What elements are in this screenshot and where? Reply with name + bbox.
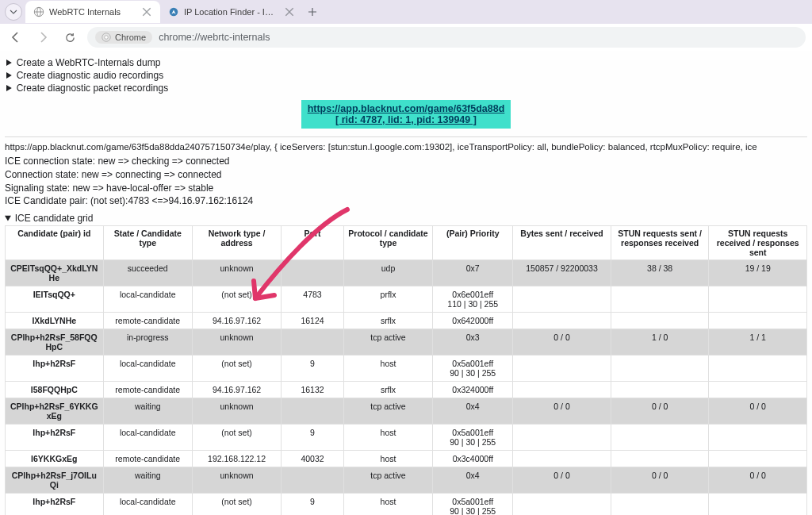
table-cell: (not set)	[192, 425, 281, 451]
table-column-header: Protocol / candidate type	[343, 226, 432, 260]
table-column-header: STUN requests sent / responses received	[611, 226, 709, 260]
close-icon[interactable]	[284, 6, 295, 17]
table-cell	[611, 451, 709, 467]
table-cell	[611, 313, 709, 329]
table-cell	[709, 286, 807, 313]
tab-search-button[interactable]	[5, 3, 22, 21]
peer-ids: [ rid: 4787, lid: 1, pid: 139949 ]	[335, 114, 477, 125]
table-cell: 0 / 0	[513, 398, 611, 425]
tab-iplookup[interactable]: IP Location Finder - IP Lookup	[160, 1, 303, 23]
table-cell: remote-candidate	[103, 451, 192, 467]
tab-label: WebRTC Internals	[49, 7, 136, 17]
ice-candidate-pair: ICE Candidate pair: (not set):4783 <=>94…	[5, 194, 807, 208]
table-cell: Ihp+h2RsF	[6, 356, 104, 382]
table-cell: (not set)	[192, 356, 281, 382]
table-row: IEITsqQQ+local-candidate(not set)4783prf…	[6, 286, 807, 313]
table-cell: 9	[282, 356, 344, 382]
table-cell: 19 / 19	[709, 260, 807, 286]
table-row: Ihp+h2RsFlocal-candidate(not set)9host0x…	[6, 494, 807, 515]
table-cell: 150857 / 92200033	[513, 260, 611, 286]
table-row: CPEITsqQQ+_XkdLYNHesucceededunknownudp0x…	[6, 260, 807, 286]
table-cell: tcp active	[343, 329, 432, 356]
table-cell: waiting	[103, 398, 192, 425]
table-cell: remote-candidate	[103, 313, 192, 329]
table-cell: 94.16.97.162	[192, 313, 281, 329]
table-cell: 16132	[282, 382, 344, 398]
table-row: IXkdLYNHeremote-candidate94.16.97.162161…	[6, 313, 807, 329]
table-cell: 0x4	[433, 398, 513, 425]
table-cell: 0x7	[433, 260, 513, 286]
ice-candidate-grid[interactable]: ICE candidate grid Candidate (pair) idSt…	[5, 211, 807, 515]
table-cell: unknown	[192, 260, 281, 286]
table-cell: 0x6e001eff110 | 30 | 255	[433, 286, 513, 313]
table-cell: I58FQQHpC	[6, 382, 104, 398]
table-column-header: Bytes sent / received	[513, 226, 611, 260]
dump-audio-recordings[interactable]: Create diagnostic audio recordings	[5, 70, 807, 81]
summary-label[interactable]: Create diagnostic packet recordings	[5, 83, 807, 94]
forward-button[interactable]	[33, 28, 52, 47]
table-cell	[513, 356, 611, 382]
table-cell	[611, 382, 709, 398]
table-cell	[709, 356, 807, 382]
table-row: I58FQQHpCremote-candidate94.16.97.162161…	[6, 382, 807, 398]
table-cell	[513, 313, 611, 329]
table-cell	[282, 260, 344, 286]
tab-label: IP Location Finder - IP Lookup	[184, 7, 279, 17]
close-icon[interactable]	[141, 6, 152, 17]
table-cell: tcp active	[343, 467, 432, 494]
summary-label[interactable]: Create a WebRTC-Internals dump	[5, 57, 807, 68]
candidate-table: Candidate (pair) idState / Candidate typ…	[5, 225, 807, 515]
table-cell: 40032	[282, 451, 344, 467]
table-cell: Ihp+h2RsF	[6, 494, 104, 515]
table-cell: 0 / 0	[513, 329, 611, 356]
table-cell: 94.16.97.162	[192, 382, 281, 398]
table-cell: 0 / 0	[611, 398, 709, 425]
table-row: CPlhp+h2RsF_j7OILuQiwaitingunknowntcp ac…	[6, 467, 807, 494]
arrow-right-icon	[36, 31, 49, 44]
table-cell: Ihp+h2RsF	[6, 425, 104, 451]
table-cell: 0 / 0	[513, 467, 611, 494]
new-tab-button[interactable]	[303, 2, 322, 21]
table-column-header: (Pair) Priority	[433, 226, 513, 260]
chrome-chip: Chrome	[95, 31, 152, 44]
browser-toolbar: Chrome chrome://webrtc-internals	[0, 24, 812, 51]
back-button[interactable]	[6, 28, 25, 47]
url-text: chrome://webrtc-internals	[159, 32, 270, 43]
table-cell: 1 / 1	[709, 329, 807, 356]
peer-tab-selected[interactable]: https://app.blacknut.com/game/63f5da88d …	[301, 100, 511, 129]
reload-icon	[64, 32, 76, 44]
table-cell: srflx	[343, 313, 432, 329]
table-cell: host	[343, 494, 432, 515]
table-cell: CPlhp+h2RsF_6YKKGxEg	[6, 398, 104, 425]
plus-icon	[308, 7, 317, 17]
table-cell: CPEITsqQQ+_XkdLYNHe	[6, 260, 104, 286]
table-cell	[709, 313, 807, 329]
table-cell	[282, 398, 344, 425]
svg-point-5	[105, 36, 109, 40]
table-cell: IXkdLYNHe	[6, 313, 104, 329]
signaling-state: Signaling state: new => have-local-offer…	[5, 182, 807, 195]
table-cell: local-candidate	[103, 356, 192, 382]
table-cell	[611, 356, 709, 382]
table-cell: succeeded	[103, 260, 192, 286]
address-bar[interactable]: Chrome chrome://webrtc-internals	[87, 27, 806, 48]
table-cell: udp	[343, 260, 432, 286]
compass-icon	[168, 6, 179, 17]
ice-grid-summary[interactable]: ICE candidate grid	[5, 211, 807, 225]
dump-create-webrtc[interactable]: Create a WebRTC-Internals dump	[5, 57, 807, 68]
summary-label[interactable]: Create diagnostic audio recordings	[5, 70, 807, 81]
dump-packet-recordings[interactable]: Create diagnostic packet recordings	[5, 83, 807, 94]
tab-webrtc-internals[interactable]: WebRTC Internals	[25, 1, 160, 23]
table-cell: (not set)	[192, 494, 281, 515]
table-cell: prflx	[343, 286, 432, 313]
table-cell: host	[343, 451, 432, 467]
table-cell: 16124	[282, 313, 344, 329]
table-row: CPlhp+h2RsF_58FQQHpCin-progressunknowntc…	[6, 329, 807, 356]
table-cell: IEITsqQQ+	[6, 286, 104, 313]
table-column-header: Network type / address	[192, 226, 281, 260]
table-body: CPEITsqQQ+_XkdLYNHesucceededunknownudp0x…	[6, 260, 807, 515]
reload-button[interactable]	[60, 28, 79, 47]
table-cell: 0 / 0	[611, 467, 709, 494]
table-cell: host	[343, 425, 432, 451]
page-content: Create a WebRTC-Internals dump Create di…	[0, 51, 812, 515]
